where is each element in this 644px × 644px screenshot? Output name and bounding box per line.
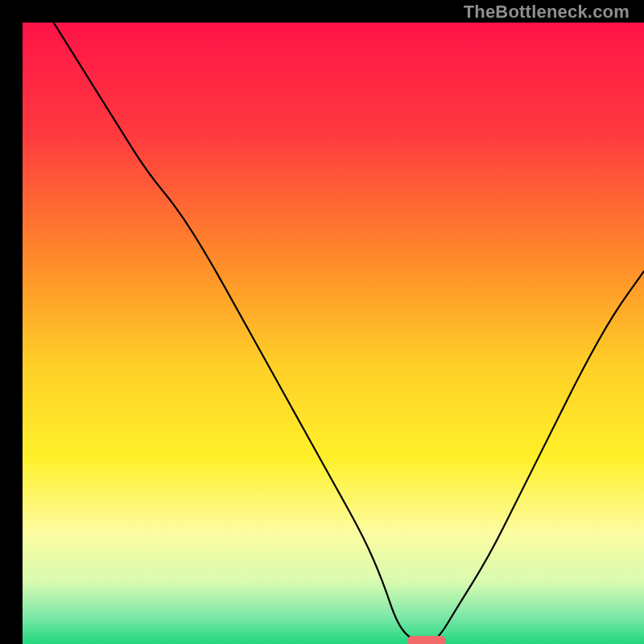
bottleneck-chart — [23, 23, 644, 644]
plot-area — [23, 23, 644, 644]
optimal-marker — [407, 636, 446, 644]
chart-frame — [11, 11, 633, 633]
gradient-background — [23, 23, 644, 644]
watermark-text: TheBottleneck.com — [464, 2, 630, 23]
